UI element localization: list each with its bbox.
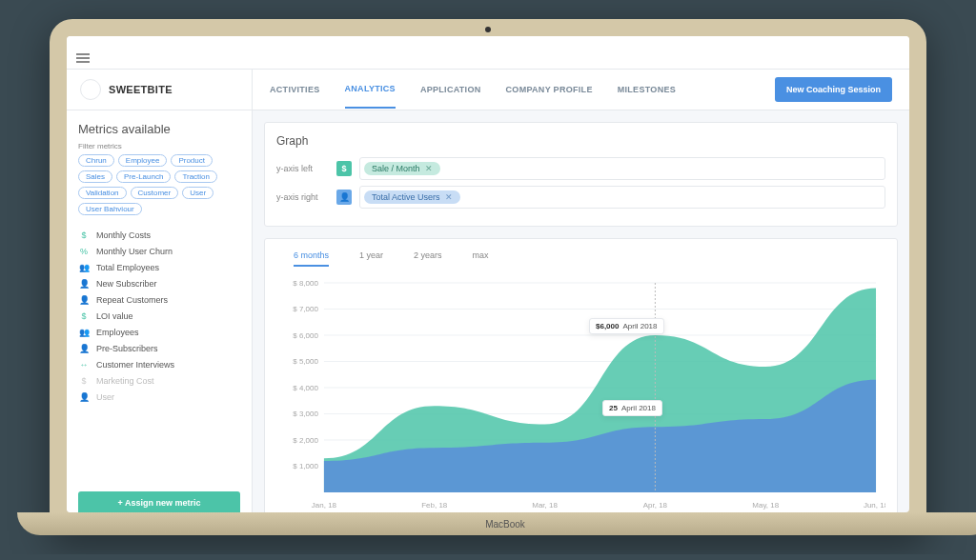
filter-pill[interactable]: Product <box>171 154 213 167</box>
svg-text:Mar, 18: Mar, 18 <box>532 501 558 510</box>
filter-pills: ChrunEmployeeProductSalesPre-LaunchTract… <box>78 154 240 215</box>
svg-text:$ 2,000: $ 2,000 <box>293 436 318 445</box>
filter-pill[interactable]: Chrun <box>78 154 114 167</box>
tab-analytics[interactable]: ANALYTICS <box>345 70 396 109</box>
svg-text:$ 6,000: $ 6,000 <box>293 331 318 340</box>
svg-text:May, 18: May, 18 <box>752 501 779 510</box>
y-left-chipbar[interactable]: Sale / Month ✕ <box>359 157 885 180</box>
svg-text:$ 7,000: $ 7,000 <box>293 305 318 313</box>
y-right-label: y-axis right <box>276 192 329 202</box>
metric-label: New Subscriber <box>96 279 157 289</box>
graph-title: Graph <box>276 134 885 148</box>
tab-activities[interactable]: ACTIVITIES <box>270 71 320 108</box>
main-tabs: ACTIVITIESANALYTICSAPPLICATIONCOMPANY PR… <box>253 70 909 109</box>
filter-pill[interactable]: User <box>182 187 214 199</box>
metric-item: $Marketing Cost <box>78 376 240 386</box>
metric-label: User <box>96 392 114 402</box>
range-max[interactable]: max <box>473 250 489 267</box>
graph-config-card: Graph y-axis left $ Sale / Month ✕ y-axi… <box>264 122 898 227</box>
metric-icon: $ <box>78 311 90 321</box>
metric-label: Marketing Cost <box>96 376 154 386</box>
filter-pill[interactable]: Sales <box>78 170 112 183</box>
menu-icon[interactable] <box>76 53 90 63</box>
metric-icon: 👤 <box>78 344 90 353</box>
tooltip-users: 25April 2018 <box>602 400 662 416</box>
metric-item[interactable]: 👤New Subscriber <box>78 279 240 289</box>
svg-text:Jan, 18: Jan, 18 <box>312 501 337 510</box>
metric-label: Monthly Costs <box>96 230 151 240</box>
tab-milestones[interactable]: MILESTONES <box>618 71 676 108</box>
y-left-label: y-axis left <box>276 164 329 173</box>
metric-item: 👤User <box>78 392 240 402</box>
metric-icon: ↔ <box>78 360 90 370</box>
sidebar: Metrics available Filter metrics ChrunEm… <box>67 110 253 512</box>
tooltip-sale: $6,000April 2018 <box>589 318 664 334</box>
brand: SWEETBITE <box>67 70 253 110</box>
svg-text:Jun, 18: Jun, 18 <box>864 501 885 510</box>
svg-text:$ 1,000: $ 1,000 <box>293 462 318 470</box>
assign-metric-button[interactable]: + Assign new metric <box>78 491 240 512</box>
time-ranges: 6 months1 year2 yearsmax <box>276 250 885 272</box>
metric-item[interactable]: 👥Employees <box>78 328 240 337</box>
filter-pill[interactable]: Pre-Launch <box>116 170 171 183</box>
metric-item[interactable]: 👤Repeat Customers <box>78 295 240 305</box>
metric-icon: 👤 <box>78 392 90 402</box>
range-6-months[interactable]: 6 months <box>294 250 329 267</box>
filter-pill[interactable]: Validation <box>78 187 127 199</box>
svg-text:$ 4,000: $ 4,000 <box>293 384 318 392</box>
metric-icon: 👤 <box>78 279 90 289</box>
chart-card: 6 months1 year2 yearsmax $ 1,000$ 2,000$… <box>264 238 898 512</box>
svg-text:$ 3,000: $ 3,000 <box>293 410 318 418</box>
svg-text:Feb, 18: Feb, 18 <box>421 501 448 510</box>
close-icon[interactable]: ✕ <box>425 164 433 173</box>
metric-icon: $ <box>78 376 90 386</box>
close-icon[interactable]: ✕ <box>445 192 453 202</box>
sidebar-title: Metrics available <box>78 122 240 136</box>
filter-pill[interactable]: Traction <box>174 170 217 183</box>
y-left-chip[interactable]: Sale / Month ✕ <box>364 162 440 175</box>
metric-label: Pre-Subscribers <box>96 344 158 353</box>
y-right-chipbar[interactable]: Total Active Users ✕ <box>359 186 885 209</box>
laptop-base: MacBook <box>17 512 976 535</box>
tab-company-profile[interactable]: COMPANY PROFILE <box>506 71 593 108</box>
metric-list: $Monthly Costs%Monthly User Churn👥Total … <box>78 230 240 402</box>
metric-icon: $ <box>78 230 90 240</box>
svg-text:$ 5,000: $ 5,000 <box>293 357 318 366</box>
metric-icon: % <box>78 247 90 256</box>
filter-pill[interactable]: Employee <box>118 154 168 167</box>
y-right-chip[interactable]: Total Active Users ✕ <box>364 190 460 204</box>
range-1-year[interactable]: 1 year <box>359 250 383 267</box>
filter-pill[interactable]: User Bahviour <box>78 203 142 215</box>
metric-item[interactable]: $LOI value <box>78 311 240 321</box>
metric-icon: 👤 <box>78 295 90 305</box>
metric-item[interactable]: %Monthly User Churn <box>78 247 240 256</box>
tab-application[interactable]: APPLICATION <box>420 71 481 108</box>
brand-name: SWEETBITE <box>109 84 173 95</box>
new-coaching-session-button[interactable]: New Coaching Session <box>775 77 892 102</box>
metric-icon: 👥 <box>78 263 90 272</box>
brand-logo <box>80 79 101 100</box>
chart-area: $ 1,000$ 2,000$ 3,000$ 4,000$ 5,000$ 6,0… <box>276 278 885 511</box>
metric-icon: 👥 <box>78 328 90 337</box>
filter-label: Filter metrics <box>78 142 240 150</box>
filter-pill[interactable]: Customer <box>131 187 179 199</box>
metric-label: Total Employees <box>96 263 159 272</box>
svg-text:$ 8,000: $ 8,000 <box>293 279 318 288</box>
metric-label: LOI value <box>96 311 133 321</box>
range-2-years[interactable]: 2 years <box>414 250 442 267</box>
metric-label: Customer Interviews <box>96 360 174 370</box>
metric-label: Repeat Customers <box>96 295 168 305</box>
metric-item[interactable]: ↔Customer Interviews <box>78 360 240 370</box>
dollar-icon: $ <box>336 161 352 176</box>
metric-item[interactable]: 👥Total Employees <box>78 263 240 272</box>
metric-item[interactable]: 👤Pre-Subscribers <box>78 344 240 353</box>
user-icon: 👤 <box>336 190 352 205</box>
metric-label: Monthly User Churn <box>96 247 173 256</box>
svg-text:Apr, 18: Apr, 18 <box>643 501 668 510</box>
metric-label: Employees <box>96 328 139 337</box>
metric-item[interactable]: $Monthly Costs <box>78 230 240 240</box>
